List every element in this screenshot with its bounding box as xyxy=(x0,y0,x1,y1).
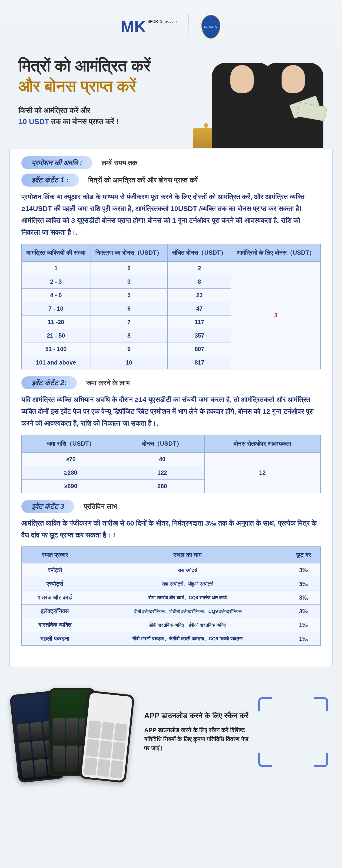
table-cell: ≥280 xyxy=(22,466,120,479)
table-cell: ≥70 xyxy=(22,453,120,466)
table-cell: 21 - 50 xyxy=(22,329,90,342)
event1-title: मित्रों को आमंत्रित करें और बोनस प्राप्त… xyxy=(88,176,198,184)
table-row: एस्पोर्ट्ससबा एस्पोर्ट्स、लीहुओ एस्पोर्ट्… xyxy=(22,577,321,591)
rollover-cell: 12 xyxy=(204,453,320,493)
table-cell: 7 xyxy=(90,315,168,329)
event2-table: जमा राशि（USDT） बोनस（USDT） बोनस रोलओवर आव… xyxy=(21,435,321,493)
table-cell: सबा एस्पोर्ट्स、लीहुओ एस्पोर्ट्स xyxy=(88,577,287,591)
table-row: इलेक्ट्रॉनिक्सडीबी इलेक्ट्रॉनिक्स、जेडीबी… xyxy=(22,604,321,618)
event2-description: यदि आमंत्रित व्यक्ति अभियान अवधि के दौरा… xyxy=(21,394,321,429)
table-cell: 3‰ xyxy=(287,577,320,591)
event2-th-2: बोनस रोलओवर आवश्यकता xyxy=(204,435,320,453)
event3-description: आमंत्रित व्यक्ति के पंजीकरण की तारीख से … xyxy=(21,517,321,541)
table-cell: 8 xyxy=(90,329,168,342)
table-cell: वास्तविक व्यक्ति xyxy=(22,618,88,632)
event1-description: प्रमोशन लिंक या क्यूआर कोड के माध्यम से … xyxy=(21,191,321,238)
logo-domain: mk.com xyxy=(164,20,177,24)
table-cell: ≥690 xyxy=(22,479,120,493)
event2-pill: इवेंट कंटेंट 2: xyxy=(21,376,77,390)
event1-th-3: आमंत्रितों के लिए बोनस（USDT） xyxy=(231,244,321,261)
content-panel: प्रमोशन की अवधि : लम्बें समय तक इवेंट कं… xyxy=(9,148,333,667)
table-cell: 807 xyxy=(168,342,231,356)
table-row: स्पोर्ट्ससबा स्पोर्ट्स3‰ xyxy=(22,563,321,577)
table-cell: 9 xyxy=(90,342,168,356)
footer-text: APP डाउनलोड करने के लिए स्कैन करें APP ड… xyxy=(144,711,249,753)
table-cell: 3‰ xyxy=(287,604,320,618)
footer-body: APP डाउनलोड करने के लिए स्कैन करें विशिष… xyxy=(144,725,249,753)
hero-sub-usdt: 10 USDT xyxy=(19,117,49,126)
event2-th-1: बोनस（USDT） xyxy=(120,435,204,453)
page: MK SPORTS mk.com EMPOLI F.C. मित्रों को … xyxy=(0,0,342,802)
invitee-bonus-cell: 3 xyxy=(231,261,321,369)
table-cell: 1‰ xyxy=(287,618,320,632)
event3-table: स्थल प्रकार स्थल का नाम छूट दर स्पोर्ट्स… xyxy=(21,547,321,646)
table-cell: 23 xyxy=(168,288,231,302)
promo-period-pill: प्रमोशन की अवधि : xyxy=(21,156,92,169)
mk-logo: MK SPORTS mk.com xyxy=(121,20,177,34)
table-cell: 1‰ xyxy=(287,632,320,646)
table-row: मछली पकड़नाडीबी मछली पकड़ना、जेडीबी मछली … xyxy=(22,632,321,646)
table-cell: 817 xyxy=(168,356,231,369)
event3-th-2: छूट दर xyxy=(287,547,320,563)
qr-scan-frame-icon xyxy=(258,697,328,767)
event1-th-1: निमंत्रण का बोनस（USDT） xyxy=(90,244,168,261)
table-cell: 11 -20 xyxy=(22,315,90,329)
event1-pill: इवेंट कंटेंट 1 : xyxy=(21,174,79,187)
table-cell: 1 xyxy=(22,261,90,275)
table-cell: इलेक्ट्रॉनिक्स xyxy=(22,604,88,618)
hero-title-line1: मित्रों को आमंत्रित करें xyxy=(19,57,150,75)
logo-divider xyxy=(188,15,189,38)
event1-header-row: इवेंट कंटेंट 1 : मित्रों को आमंत्रित करे… xyxy=(21,174,321,187)
table-cell: 51 - 100 xyxy=(22,342,90,356)
table-cell: 5 xyxy=(90,288,168,302)
footer: APP डाउनलोड करने के लिए स्कैन करें APP ड… xyxy=(0,667,342,802)
table-cell: 40 xyxy=(120,453,204,466)
table-cell: 47 xyxy=(168,302,231,315)
brand-lockup: MK SPORTS mk.com EMPOLI F.C. xyxy=(121,14,221,39)
event2-th-0: जमा राशि（USDT） xyxy=(22,435,120,453)
table-row: वास्तविक व्यक्तिडीबी वास्तविक व्यक्ति、ईव… xyxy=(22,618,321,632)
event1-th-2: संचित बोनस（USDT） xyxy=(168,244,231,261)
table-cell: डीबी इलेक्ट्रॉनिक्स、जेडीबी इलेक्ट्रॉनिक्… xyxy=(88,604,287,618)
promo-period-text: लम्बें समय तक xyxy=(102,159,137,167)
table-cell: 8 xyxy=(168,275,231,288)
table-cell: 122 xyxy=(120,466,204,479)
table-cell: 101 and above xyxy=(22,356,90,369)
table-cell: शतरंज और कार्ड xyxy=(22,591,88,604)
event1-th-0: आमंत्रित व्यक्तियों की संख्या xyxy=(22,244,90,261)
table-cell: 6 xyxy=(90,302,168,315)
event2-title: जमा करने के लाभ xyxy=(86,379,130,387)
event3-th-1: स्थल का नाम xyxy=(88,547,287,563)
table-cell: 3 xyxy=(90,275,168,288)
table-cell: 2 - 3 xyxy=(22,275,90,288)
table-cell: 3‰ xyxy=(287,563,320,577)
event1-table: आमंत्रित व्यक्तियों की संख्या निमंत्रण क… xyxy=(21,244,321,369)
table-cell: बोया शतरंज और कार्ड、CQ9 शतरंज और कार्ड xyxy=(88,591,287,604)
money-fan-icon xyxy=(288,95,331,123)
promo-period-row: प्रमोशन की अवधि : लम्बें समय तक xyxy=(21,156,321,169)
table-cell: 260 xyxy=(120,479,204,493)
app-phone-mockups xyxy=(14,686,135,779)
logo-mk: MK xyxy=(121,20,146,34)
table-cell: मछली पकड़ना xyxy=(22,632,88,646)
table-cell: स्पोर्ट्स xyxy=(22,563,88,577)
crest-label: EMPOLI F.C. xyxy=(204,26,218,28)
table-cell: डीबी मछली पकड़ना、जेडीबी मछली पकड़ना、CQ9 … xyxy=(88,632,287,646)
phone-mockup-icon xyxy=(79,690,135,783)
table-cell: सबा स्पोर्ट्स xyxy=(88,563,287,577)
club-crest-icon: EMPOLI F.C. xyxy=(200,14,221,39)
table-cell: 4 - 6 xyxy=(22,288,90,302)
table-cell: 117 xyxy=(168,315,231,329)
table-cell: 2 xyxy=(168,261,231,275)
table-cell: डीबी वास्तविक व्यक्ति、ईवीओ वास्तविक व्यक… xyxy=(88,618,287,632)
logo-bar: MK SPORTS mk.com EMPOLI F.C. xyxy=(0,0,342,49)
hero-sub-line1: किसी को आमंत्रित करें और xyxy=(19,106,90,115)
event3-title: प्रतिदिन लाभ xyxy=(84,502,117,511)
event3-th-0: स्थल प्रकार xyxy=(22,547,88,563)
table-row: 1223 xyxy=(22,261,321,275)
table-cell: 10 xyxy=(90,356,168,369)
table-cell: 7 - 10 xyxy=(22,302,90,315)
event3-header-row: इवेंट कंटेंट 3 प्रतिदिन लाभ xyxy=(21,500,321,513)
table-cell: एस्पोर्ट्स xyxy=(22,577,88,591)
hero-illustration xyxy=(184,54,328,148)
